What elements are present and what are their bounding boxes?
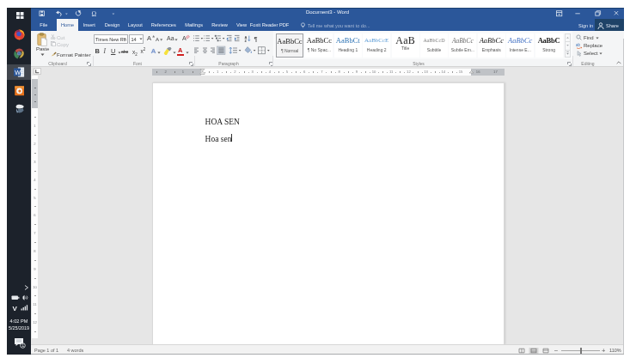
svg-text:Ω: Ω: [92, 10, 97, 18]
svg-text:V: V: [13, 305, 18, 312]
svg-text:1: 1: [21, 343, 24, 348]
svg-text:¶: ¶: [254, 35, 258, 43]
svg-text:ab: ab: [576, 43, 581, 47]
svg-text:W: W: [15, 70, 21, 76]
